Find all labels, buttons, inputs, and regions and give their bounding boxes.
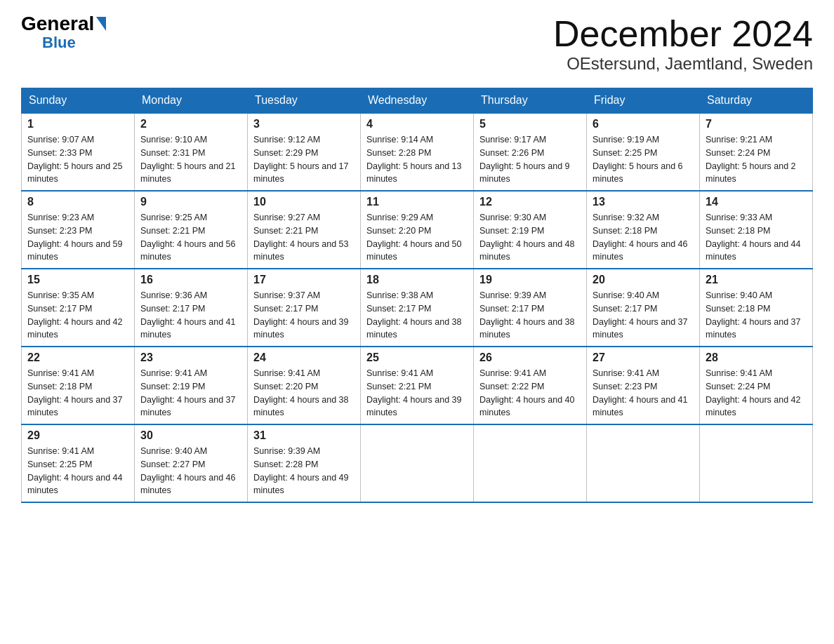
- calendar-week-row: 22 Sunrise: 9:41 AM Sunset: 2:18 PM Dayl…: [22, 347, 813, 424]
- sunset-label: Sunset: 2:19 PM: [140, 382, 205, 391]
- daylight-label: Daylight: 4 hours and 48 minutes: [479, 239, 575, 262]
- sunrise-label: Sunrise: 9:29 AM: [366, 213, 433, 222]
- daylight-label: Daylight: 4 hours and 46 minutes: [593, 239, 688, 262]
- sunrise-label: Sunrise: 9:41 AM: [140, 368, 207, 378]
- sunrise-label: Sunrise: 9:41 AM: [253, 368, 320, 378]
- daylight-label: Daylight: 4 hours and 50 minutes: [366, 239, 462, 262]
- day-number: 10: [253, 196, 355, 208]
- day-info: Sunrise: 9:32 AM Sunset: 2:18 PM Dayligh…: [593, 211, 694, 264]
- sunset-label: Sunset: 2:24 PM: [706, 382, 770, 391]
- sunset-label: Sunset: 2:21 PM: [253, 226, 318, 236]
- sunrise-label: Sunrise: 9:41 AM: [593, 368, 659, 378]
- day-info: Sunrise: 9:41 AM Sunset: 2:24 PM Dayligh…: [706, 367, 807, 420]
- table-row: 13 Sunrise: 9:32 AM Sunset: 2:18 PM Dayl…: [587, 191, 700, 269]
- sunrise-label: Sunrise: 9:40 AM: [706, 290, 772, 300]
- sunset-label: Sunset: 2:28 PM: [253, 459, 318, 469]
- daylight-label: Daylight: 4 hours and 44 minutes: [706, 239, 801, 262]
- table-row: 14 Sunrise: 9:33 AM Sunset: 2:18 PM Dayl…: [700, 191, 813, 269]
- table-row: 2 Sunrise: 9:10 AM Sunset: 2:31 PM Dayli…: [135, 113, 248, 191]
- col-friday: Friday: [587, 88, 700, 114]
- day-number: 11: [366, 196, 468, 208]
- sunrise-label: Sunrise: 9:17 AM: [479, 135, 546, 145]
- sunrise-label: Sunrise: 9:41 AM: [366, 368, 433, 378]
- sunrise-label: Sunrise: 9:37 AM: [253, 290, 320, 300]
- table-row: 9 Sunrise: 9:25 AM Sunset: 2:21 PM Dayli…: [135, 191, 248, 269]
- col-saturday: Saturday: [700, 88, 813, 114]
- daylight-label: Daylight: 4 hours and 37 minutes: [593, 317, 688, 340]
- col-monday: Monday: [135, 88, 248, 114]
- day-info: Sunrise: 9:23 AM Sunset: 2:23 PM Dayligh…: [27, 211, 128, 264]
- sunset-label: Sunset: 2:19 PM: [479, 226, 544, 236]
- sunset-label: Sunset: 2:17 PM: [253, 304, 318, 314]
- table-row: [700, 424, 813, 502]
- logo: General Blue: [21, 14, 106, 52]
- table-row: 24 Sunrise: 9:41 AM Sunset: 2:20 PM Dayl…: [248, 347, 361, 424]
- table-row: 1 Sunrise: 9:07 AM Sunset: 2:33 PM Dayli…: [22, 113, 135, 191]
- daylight-label: Daylight: 4 hours and 59 minutes: [27, 239, 123, 262]
- sunrise-label: Sunrise: 9:36 AM: [140, 290, 207, 300]
- col-wednesday: Wednesday: [361, 88, 474, 114]
- sunrise-label: Sunrise: 9:27 AM: [253, 213, 320, 222]
- day-info: Sunrise: 9:41 AM Sunset: 2:21 PM Dayligh…: [366, 367, 468, 420]
- sunset-label: Sunset: 2:24 PM: [706, 148, 770, 158]
- day-number: 20: [593, 274, 694, 286]
- daylight-label: Daylight: 5 hours and 25 minutes: [27, 161, 123, 185]
- sunset-label: Sunset: 2:28 PM: [366, 148, 431, 158]
- day-number: 31: [253, 429, 355, 442]
- day-number: 21: [706, 274, 807, 286]
- sunset-label: Sunset: 2:22 PM: [479, 382, 544, 391]
- table-row: 4 Sunrise: 9:14 AM Sunset: 2:28 PM Dayli…: [361, 113, 474, 191]
- daylight-label: Daylight: 4 hours and 40 minutes: [479, 395, 575, 418]
- calendar-header-row: Sunday Monday Tuesday Wednesday Thursday…: [22, 88, 813, 114]
- day-number: 5: [479, 118, 581, 130]
- calendar-table: Sunday Monday Tuesday Wednesday Thursday…: [21, 88, 813, 503]
- table-row: 21 Sunrise: 9:40 AM Sunset: 2:18 PM Dayl…: [700, 269, 813, 347]
- sunset-label: Sunset: 2:23 PM: [27, 226, 92, 236]
- day-info: Sunrise: 9:41 AM Sunset: 2:19 PM Dayligh…: [140, 367, 241, 420]
- day-number: 12: [479, 196, 581, 208]
- daylight-label: Daylight: 5 hours and 21 minutes: [140, 161, 236, 185]
- daylight-label: Daylight: 5 hours and 2 minutes: [706, 161, 796, 185]
- daylight-label: Daylight: 5 hours and 6 minutes: [593, 161, 683, 185]
- day-info: Sunrise: 9:17 AM Sunset: 2:26 PM Dayligh…: [479, 133, 581, 186]
- calendar-week-row: 8 Sunrise: 9:23 AM Sunset: 2:23 PM Dayli…: [22, 191, 813, 269]
- day-number: 3: [253, 118, 355, 130]
- daylight-label: Daylight: 4 hours and 39 minutes: [253, 317, 349, 340]
- daylight-label: Daylight: 4 hours and 37 minutes: [140, 395, 236, 418]
- day-info: Sunrise: 9:19 AM Sunset: 2:25 PM Dayligh…: [593, 133, 694, 186]
- table-row: 31 Sunrise: 9:39 AM Sunset: 2:28 PM Dayl…: [248, 424, 361, 502]
- day-number: 23: [140, 351, 241, 364]
- table-row: 18 Sunrise: 9:38 AM Sunset: 2:17 PM Dayl…: [361, 269, 474, 347]
- sunrise-label: Sunrise: 9:14 AM: [366, 135, 433, 145]
- table-row: 22 Sunrise: 9:41 AM Sunset: 2:18 PM Dayl…: [22, 347, 135, 424]
- daylight-label: Daylight: 5 hours and 9 minutes: [479, 161, 570, 185]
- sunrise-label: Sunrise: 9:32 AM: [593, 213, 659, 222]
- day-info: Sunrise: 9:36 AM Sunset: 2:17 PM Dayligh…: [140, 289, 241, 342]
- daylight-label: Daylight: 4 hours and 37 minutes: [27, 395, 123, 418]
- sunrise-label: Sunrise: 9:23 AM: [27, 213, 94, 222]
- daylight-label: Daylight: 4 hours and 46 minutes: [140, 473, 236, 496]
- sunset-label: Sunset: 2:20 PM: [253, 382, 318, 391]
- daylight-label: Daylight: 4 hours and 42 minutes: [706, 395, 801, 418]
- day-number: 2: [140, 118, 241, 130]
- day-info: Sunrise: 9:40 AM Sunset: 2:18 PM Dayligh…: [706, 289, 807, 342]
- table-row: 3 Sunrise: 9:12 AM Sunset: 2:29 PM Dayli…: [248, 113, 361, 191]
- day-number: 7: [706, 118, 807, 130]
- day-info: Sunrise: 9:12 AM Sunset: 2:29 PM Dayligh…: [253, 133, 355, 186]
- sunset-label: Sunset: 2:29 PM: [253, 148, 318, 158]
- table-row: 11 Sunrise: 9:29 AM Sunset: 2:20 PM Dayl…: [361, 191, 474, 269]
- sunrise-label: Sunrise: 9:07 AM: [27, 135, 94, 145]
- daylight-label: Daylight: 4 hours and 38 minutes: [253, 395, 349, 418]
- table-row: [474, 424, 587, 502]
- table-row: 6 Sunrise: 9:19 AM Sunset: 2:25 PM Dayli…: [587, 113, 700, 191]
- sunset-label: Sunset: 2:31 PM: [140, 148, 205, 158]
- daylight-label: Daylight: 5 hours and 13 minutes: [366, 161, 462, 185]
- day-info: Sunrise: 9:40 AM Sunset: 2:27 PM Dayligh…: [140, 445, 241, 497]
- sunrise-label: Sunrise: 9:39 AM: [253, 446, 320, 456]
- day-number: 13: [593, 196, 694, 208]
- day-number: 18: [366, 274, 468, 286]
- sunset-label: Sunset: 2:17 PM: [366, 304, 431, 314]
- table-row: 25 Sunrise: 9:41 AM Sunset: 2:21 PM Dayl…: [361, 347, 474, 424]
- daylight-label: Daylight: 4 hours and 37 minutes: [706, 317, 801, 340]
- day-info: Sunrise: 9:29 AM Sunset: 2:20 PM Dayligh…: [366, 211, 468, 264]
